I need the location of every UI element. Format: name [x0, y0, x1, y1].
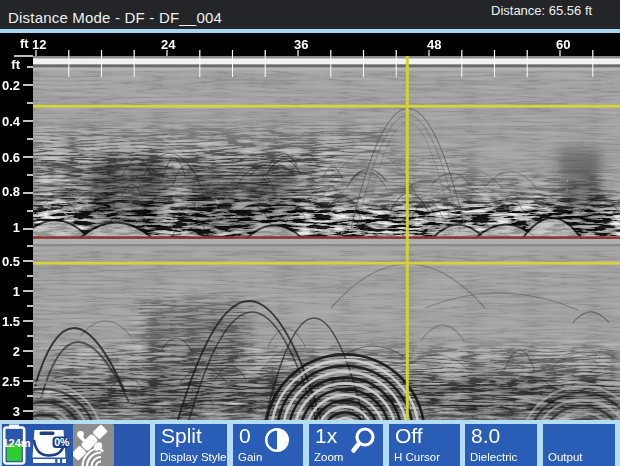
svg-text:124m: 124m — [3, 437, 31, 449]
svg-text:0%: 0% — [54, 436, 70, 448]
